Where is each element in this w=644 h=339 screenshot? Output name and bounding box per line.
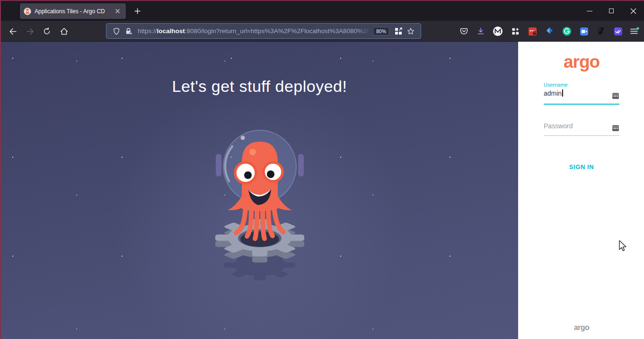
gnome-extension-button[interactable] <box>594 24 608 38</box>
forward-icon <box>26 27 34 36</box>
close-button[interactable] <box>622 1 644 21</box>
password-underline <box>544 135 619 136</box>
menu-icon <box>630 27 639 36</box>
argo-favicon <box>24 8 31 15</box>
helmet-handle-left <box>216 154 221 177</box>
tab-title: Applications Tiles - Argo CD <box>35 8 113 15</box>
login-panel: argo Username admin SIGN IN argo <box>518 42 644 339</box>
grid-expand-icon <box>395 27 402 35</box>
reload-icon <box>43 27 51 35</box>
address-bar[interactable]: https://localhost:8080/login?return_url=… <box>106 23 421 39</box>
tracking-shield-button[interactable] <box>110 25 123 37</box>
zoom-video-icon <box>580 27 589 36</box>
extensions-button[interactable] <box>508 24 522 38</box>
grammarly-button[interactable] <box>560 24 574 38</box>
password-manager-icon[interactable] <box>612 125 619 131</box>
plus-icon <box>134 8 141 14</box>
url-host: localhost <box>157 27 185 35</box>
home-icon <box>60 27 68 36</box>
back-button[interactable] <box>5 24 20 39</box>
footer-argo-logo: argo <box>518 323 644 332</box>
insecure-lock-icon <box>125 27 133 35</box>
minimize-button[interactable] <box>579 1 600 21</box>
kite-icon <box>546 27 554 36</box>
username-value: admin <box>544 89 562 97</box>
password-input[interactable] <box>544 122 610 130</box>
forward-button[interactable] <box>22 24 37 39</box>
medium-icon <box>493 26 503 36</box>
username-underline <box>544 104 619 105</box>
password-manager-icon[interactable] <box>612 93 619 99</box>
argo-mascot-illustration <box>208 125 312 282</box>
pocket-button[interactable] <box>457 24 471 38</box>
navigation-toolbar: https://localhost:8080/login?return_url=… <box>1 21 644 42</box>
gnome-foot-icon <box>597 27 605 36</box>
text-caret <box>562 89 563 97</box>
argo-logo: argo <box>518 52 644 72</box>
hero-heading: Let's get stuff deployed! <box>1 77 518 96</box>
medium-extension-button[interactable] <box>491 24 505 38</box>
bookmark-star-button[interactable] <box>405 25 417 37</box>
close-icon <box>630 8 636 14</box>
double-check-extension-button[interactable] <box>611 24 625 38</box>
tracking-shield-icon <box>113 27 120 35</box>
helmet-handle-right <box>298 154 304 177</box>
downloads-button[interactable] <box>474 24 488 38</box>
pocket-icon <box>460 27 468 35</box>
reload-button[interactable] <box>39 24 54 39</box>
maximize-icon <box>609 9 614 13</box>
menu-button[interactable] <box>627 24 642 38</box>
connection-security-button[interactable] <box>123 25 135 37</box>
maximize-button[interactable] <box>600 1 622 21</box>
zoom-app-button[interactable] <box>577 24 591 38</box>
url-protocol: https:// <box>138 27 157 35</box>
double-check-icon <box>614 27 623 36</box>
minimize-icon <box>587 11 592 11</box>
grammarly-icon <box>562 27 572 36</box>
tab-close-icon[interactable] <box>113 7 122 16</box>
grid-expand-button[interactable] <box>392 25 405 37</box>
username-input[interactable]: admin <box>544 89 619 97</box>
browser-tab[interactable]: Applications Tiles - Argo CD <box>20 3 126 19</box>
downloads-icon <box>477 27 485 35</box>
browser-window: Applications Tiles - Argo CD <box>0 0 644 339</box>
extensions-icon <box>512 27 520 36</box>
url-text: https://localhost:8080/login?return_url=… <box>138 27 370 35</box>
kite-extension-button[interactable] <box>542 24 556 38</box>
window-controls <box>579 1 644 21</box>
password-manager-red-icon <box>528 27 537 36</box>
bookmark-star-icon <box>407 27 415 35</box>
new-tab-button[interactable] <box>131 4 144 18</box>
gear <box>215 219 304 263</box>
username-label: Username <box>544 82 568 88</box>
tab-bar: Applications Tiles - Argo CD <box>1 1 644 21</box>
home-button[interactable] <box>56 24 71 39</box>
password-manager-extension-button[interactable] <box>525 24 539 38</box>
zoom-level-badge[interactable]: 80% <box>373 27 389 36</box>
page-content: Let's get stuff deployed! <box>1 42 644 339</box>
url-path: :8080/login?return_url=https%3A%2F%2Floc… <box>185 27 370 35</box>
login-hero: Let's get stuff deployed! <box>1 42 518 339</box>
back-icon <box>9 27 17 36</box>
sign-in-button[interactable]: SIGN IN <box>518 163 644 170</box>
mouse-cursor <box>618 240 627 253</box>
